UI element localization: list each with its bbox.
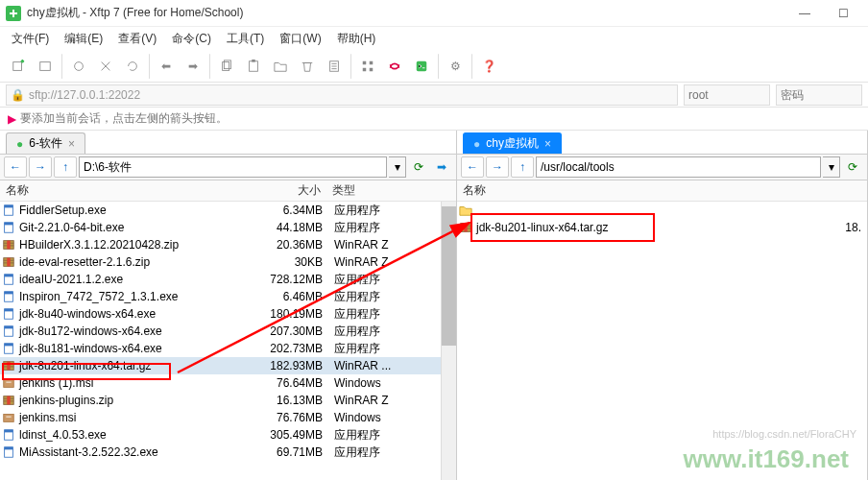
menu-tools[interactable]: 工具(T) xyxy=(221,29,270,49)
file-name-cell: Inspiron_7472_7572_1.3.1.exe xyxy=(2,290,252,303)
menu-file[interactable]: 文件(F) xyxy=(6,29,55,49)
nav-back-icon[interactable]: ← xyxy=(461,156,484,178)
paste-icon[interactable] xyxy=(241,54,266,79)
address-box[interactable]: 🔒 sftp://127.0.0.1:22022 xyxy=(6,84,678,106)
table-row[interactable]: jenkins (1).msi76.64MBWindows xyxy=(0,374,441,392)
file-size-cell: 728.12MB xyxy=(252,273,328,286)
remote-path-input[interactable] xyxy=(536,156,821,178)
file-size-cell: 180.19MB xyxy=(252,307,328,321)
col-name[interactable]: 名称 xyxy=(0,182,250,199)
svg-rect-37 xyxy=(4,415,14,422)
local-tab[interactable]: ● 6-软件 × xyxy=(6,132,85,154)
open-session-icon[interactable] xyxy=(33,54,58,79)
scrollbar[interactable] xyxy=(441,202,456,480)
terminal-icon[interactable] xyxy=(409,54,434,79)
file-name-cell: ide-eval-resetter-2.1.6.zip xyxy=(2,255,252,269)
menu-window[interactable]: 窗口(W) xyxy=(274,29,326,49)
nav-back-icon[interactable]: ← xyxy=(4,156,27,178)
path-dropdown-icon[interactable]: ▾ xyxy=(823,156,840,178)
path-dropdown-icon[interactable]: ▾ xyxy=(389,156,406,178)
menu-cmd[interactable]: 命令(C) xyxy=(166,29,217,49)
col-size[interactable]: 大小 xyxy=(250,182,326,199)
file-name-cell: jdk-8u40-windows-x64.exe xyxy=(2,307,252,321)
view-icon[interactable] xyxy=(355,54,380,79)
svg-rect-11 xyxy=(363,67,367,71)
col-type[interactable]: 类型 xyxy=(326,182,456,199)
copy-icon[interactable] xyxy=(214,54,239,79)
table-row[interactable]: MiAssistant-3.2.522.32.exe69.71MB应用程序 xyxy=(0,444,441,461)
local-file-list[interactable]: FiddlerSetup.exe6.34MB应用程序Git-2.21.0-64-… xyxy=(0,202,441,480)
table-row[interactable]: jenkins-plugins.zip16.13MBWinRAR Z xyxy=(0,392,441,409)
table-row[interactable]: jdk-8u40-windows-x64.exe180.19MB应用程序 xyxy=(0,305,441,323)
svg-rect-6 xyxy=(250,60,258,71)
file-size-cell: 207.30MB xyxy=(252,324,328,338)
file-type-cell: Windows xyxy=(328,411,441,424)
minimize-button[interactable]: — xyxy=(785,0,824,27)
svg-rect-29 xyxy=(5,326,13,329)
file-size-cell: 76.76MB xyxy=(252,411,328,424)
remote-tab[interactable]: ● chy虚拟机 × xyxy=(463,132,562,154)
table-row[interactable]: jdk-8u201-linux-x64.tar.gz182.93MBWinRAR… xyxy=(0,357,441,374)
nav-up-icon[interactable]: ↑ xyxy=(511,156,534,178)
maximize-button[interactable]: ☐ xyxy=(824,0,862,27)
go-icon[interactable]: ➡ xyxy=(431,156,452,178)
file-name-cell: MiAssistant-3.2.522.32.exe xyxy=(2,445,252,459)
file-type-cell: WinRAR ... xyxy=(328,359,441,372)
table-row[interactable]: FiddlerSetup.exe6.34MB应用程序 xyxy=(0,202,441,219)
table-row[interactable]: HBuilderX.3.1.12.20210428.zip20.36MBWinR… xyxy=(0,236,441,253)
svg-rect-43 xyxy=(464,224,468,232)
table-row[interactable]: ide-eval-resetter-2.1.6.zip30KBWinRAR Z xyxy=(0,253,441,271)
address-text: sftp://127.0.0.1:22022 xyxy=(29,88,140,102)
col-name[interactable]: 名称 xyxy=(457,182,867,199)
nav-forward-icon[interactable]: → xyxy=(486,156,509,178)
table-row[interactable]: jdk-8u172-windows-x64.exe207.30MB应用程序 xyxy=(0,323,441,340)
disconnect-icon[interactable] xyxy=(93,54,118,79)
username-input[interactable] xyxy=(684,84,770,106)
sync-icon[interactable] xyxy=(382,54,407,79)
back-icon[interactable]: ⬅ xyxy=(154,54,179,79)
table-row[interactable]: jdk-8u181-windows-x64.exe202.73MB应用程序 xyxy=(0,340,441,357)
new-folder-icon[interactable] xyxy=(268,54,293,79)
nav-forward-icon[interactable]: → xyxy=(29,156,52,178)
table-row[interactable]: Git-2.21.0-64-bit.exe44.18MB应用程序 xyxy=(0,219,441,236)
forward-icon[interactable]: ➡ xyxy=(181,54,205,79)
menu-view[interactable]: 查看(V) xyxy=(112,29,162,49)
svg-rect-12 xyxy=(370,67,374,71)
menu-help[interactable]: 帮助(H) xyxy=(331,29,382,49)
table-row[interactable]: ideaIU-2021.1.2.exe728.12MB应用程序 xyxy=(0,271,441,288)
file-name-cell: jdk-8u181-windows-x64.exe xyxy=(2,342,252,355)
refresh-icon[interactable]: ⟳ xyxy=(408,156,429,178)
svg-rect-27 xyxy=(5,309,13,312)
file-type-cell: WinRAR Z xyxy=(328,238,441,252)
delete-icon[interactable] xyxy=(295,54,320,79)
file-name-cell: ldinst_4.0.53.exe xyxy=(2,428,252,442)
svg-rect-31 xyxy=(5,344,13,347)
local-path-input[interactable] xyxy=(79,156,387,178)
refresh-icon[interactable]: ⟳ xyxy=(842,156,863,178)
help-icon[interactable]: ❓ xyxy=(476,54,501,79)
file-type-cell: 应用程序 xyxy=(328,306,441,323)
menu-edit[interactable]: 编辑(E) xyxy=(59,29,108,49)
nav-up-icon[interactable]: ↑ xyxy=(54,156,77,178)
file-size-cell: 202.73MB xyxy=(252,342,328,355)
close-icon[interactable]: × xyxy=(544,137,551,151)
close-icon[interactable]: × xyxy=(68,137,75,151)
table-row[interactable] xyxy=(457,202,867,219)
properties-icon[interactable] xyxy=(322,54,347,79)
remote-file-list[interactable]: jdk-8u201-linux-x64.tar.gz18. xyxy=(457,202,867,480)
table-row[interactable]: jenkins.msi76.76MBWindows xyxy=(0,409,441,426)
file-type-cell: 应用程序 xyxy=(328,444,441,461)
svg-rect-17 xyxy=(5,223,13,226)
settings-icon[interactable]: ⚙ xyxy=(443,54,468,79)
password-input[interactable] xyxy=(776,84,862,106)
reconnect-icon[interactable] xyxy=(120,54,145,79)
table-row[interactable]: ldinst_4.0.53.exe305.49MB应用程序 xyxy=(0,426,441,444)
file-size-cell: 18. xyxy=(838,221,867,234)
connect-icon[interactable] xyxy=(66,54,91,79)
new-session-icon[interactable] xyxy=(6,54,31,79)
table-row[interactable]: Inspiron_7472_7572_1.3.1.exe6.46MB应用程序 xyxy=(0,288,441,305)
local-tab-label: 6-软件 xyxy=(29,135,62,152)
file-type-cell: WinRAR Z xyxy=(328,255,441,269)
svg-rect-9 xyxy=(363,60,367,64)
table-row[interactable]: jdk-8u201-linux-x64.tar.gz18. xyxy=(457,219,867,236)
